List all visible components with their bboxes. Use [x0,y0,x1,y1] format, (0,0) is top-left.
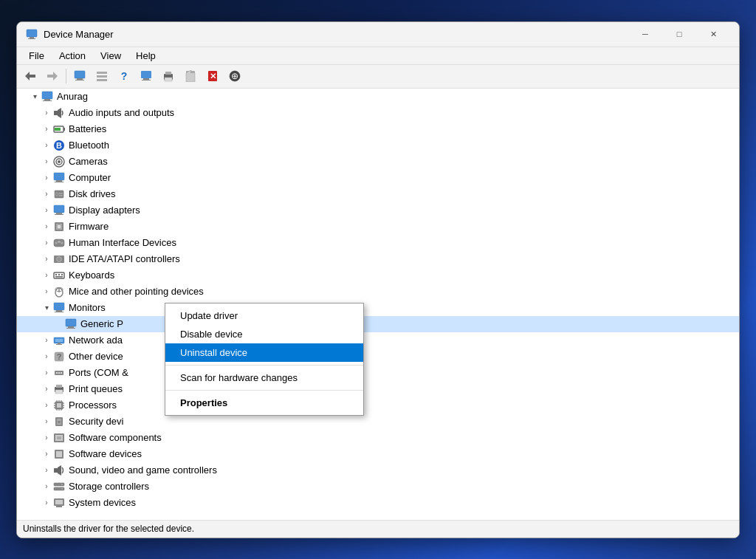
expand-icon-ports[interactable]: › [41,368,52,377]
tree-item-storage[interactable]: › Storage controllers [17,479,739,495]
expand-icon-softdev[interactable]: › [41,450,52,458]
svg-point-110 [61,484,63,485]
tree-item-batteries[interactable]: › Batteries [17,121,739,137]
expand-icon-computer[interactable]: › [41,174,52,182]
tree-item-bluetooth[interactable]: › B Bluetooth [17,137,739,154]
expand-icon-audio[interactable]: › [41,109,52,117]
list-view-button[interactable] [92,66,112,86]
svg-rect-58 [55,274,57,275]
svg-rect-85 [57,403,61,408]
expand-icon-disk[interactable]: › [41,190,52,198]
expand-icon-softcomp[interactable]: › [41,433,52,442]
expand-icon-processors[interactable]: › [41,401,52,409]
keyboards-label: Keyboards [69,270,114,281]
expand-icon-hid[interactable]: › [41,239,52,247]
svg-marker-28 [58,108,61,118]
close-button[interactable]: ✕ [696,21,730,47]
ctx-uninstall-device[interactable]: Uninstall device [165,343,363,362]
back-button[interactable] [20,66,41,86]
tree-item-system[interactable]: › System devices [17,495,739,511]
add-button[interactable]: ⊕ [224,66,245,86]
other-label: Other device [69,351,123,362]
tree-item-processors[interactable]: › [17,397,739,414]
tree-item-sound[interactable]: › Sound, video and game controllers [17,462,739,479]
expand-icon-monitors[interactable]: ▾ [41,303,52,312]
tree-item-firmware[interactable]: › Firmware [17,219,739,235]
expand-icon-ide[interactable]: › [41,255,52,263]
expand-icon-system[interactable]: › [41,498,52,507]
menu-file[interactable]: File [21,49,52,63]
svg-rect-106 [54,468,58,473]
svg-rect-82 [56,385,62,388]
batteries-label: Batteries [69,123,106,134]
mice-label: Mice and other pointing devices [69,286,204,297]
expand-icon-storage[interactable]: › [41,482,52,490]
other-icon: ? [52,350,66,363]
svg-rect-5 [75,71,85,78]
expand-icon-root[interactable]: ▾ [29,92,41,100]
tree-item-hid[interactable]: › Human Interface Devices [17,235,739,251]
expand-icon-network[interactable]: › [41,336,52,344]
svg-rect-15 [165,72,171,75]
expand-icon-print[interactable]: › [41,385,52,393]
expand-icon-generic-monitor: › [52,320,64,328]
devices-button[interactable] [136,66,157,86]
forward-button[interactable] [42,66,63,86]
menu-help[interactable]: Help [128,49,163,63]
help-button[interactable]: ? [114,66,134,86]
tree-item-disk[interactable]: › Disk drives [17,186,739,202]
svg-rect-6 [77,78,83,80]
properties-button[interactable] [69,66,90,86]
minimize-button[interactable]: ─ [628,21,662,47]
tree-root-anurag[interactable]: ▾ Anurag [17,89,739,105]
main-content: ▾ Anurag › [17,89,739,520]
expand-icon-other[interactable]: › [41,352,52,360]
expand-icon-bluetooth[interactable]: › [41,141,52,149]
tree-item-audio[interactable]: › Audio inputs and outputs [17,105,739,121]
ctx-update-driver[interactable]: Update driver [165,306,363,325]
expand-icon-firmware[interactable]: › [41,222,52,230]
expand-icon-cameras[interactable]: › [41,157,52,165]
scan-button[interactable] [180,66,201,86]
tree-item-mice[interactable]: › Mice and other pointing devices [17,284,739,300]
svg-marker-4 [47,72,58,80]
tree-item-other[interactable]: › ? Other device [17,349,739,365]
ctx-scan-hardware[interactable]: Scan for hardware changes [165,368,363,387]
tree-item-network[interactable]: › Network ada [17,332,739,349]
bluetooth-icon: B [52,139,66,152]
expand-icon-sound[interactable]: › [41,466,52,474]
remove-button[interactable]: ✕ [202,66,223,86]
menu-view[interactable]: View [93,49,128,63]
generic-monitor-label: Generic P [80,318,123,329]
generic-monitor-icon [64,318,78,331]
expand-icon-keyboards[interactable]: › [41,271,52,279]
svg-rect-78 [56,372,58,374]
expand-icon-batteries[interactable]: › [41,125,52,133]
tree-item-computer[interactable]: › Computer [17,170,739,186]
tree-item-security[interactable]: › Security devi [17,414,739,430]
expand-icon-security[interactable]: › [41,417,52,425]
print-button[interactable] [158,66,179,86]
expand-icon-mice[interactable]: › [41,287,52,295]
tree-item-display[interactable]: › Display adapters [17,202,739,219]
tree-item-softdev[interactable]: › Software devices [17,446,739,462]
softdev-label: Software devices [69,448,142,459]
expand-icon-display[interactable]: › [41,206,52,214]
tree-item-generic-monitor[interactable]: › Generic P [17,316,739,332]
tree-item-ide[interactable]: › IDE ATA/ATAPI controllers [17,251,739,267]
device-tree[interactable]: ▾ Anurag › [17,89,739,520]
svg-point-53 [61,241,63,244]
tree-item-cameras[interactable]: › Cameras [17,154,739,170]
maximize-button[interactable]: □ [662,21,696,47]
ctx-disable-device[interactable]: Disable device [165,325,363,343]
tree-item-keyboards[interactable]: › Keyboards [17,267,739,284]
tree-item-softcomp[interactable]: › Software components [17,430,739,446]
svg-rect-31 [63,128,65,131]
menu-action[interactable]: Action [52,49,93,63]
print-label: Print queues [69,383,123,394]
tree-item-ports[interactable]: › Ports (COM & [17,365,739,381]
tree-item-monitors[interactable]: ▾ Monitors [17,300,739,316]
tree-item-print[interactable]: › Print queues [17,381,739,397]
ctx-properties[interactable]: Properties [165,394,363,412]
svg-rect-40 [55,191,63,198]
